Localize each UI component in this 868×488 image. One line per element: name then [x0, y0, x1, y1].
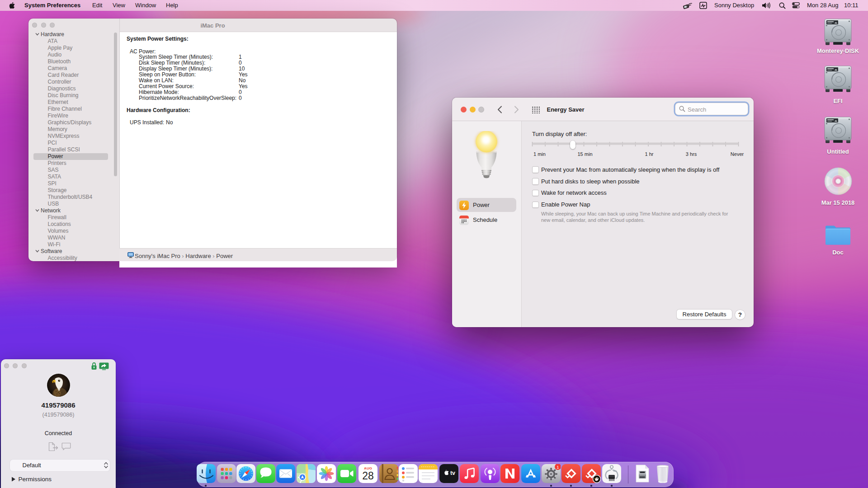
svg-text:28: 28	[362, 470, 374, 482]
svg-text:1: 1	[557, 465, 559, 469]
svg-text:tv: tv	[450, 470, 455, 476]
